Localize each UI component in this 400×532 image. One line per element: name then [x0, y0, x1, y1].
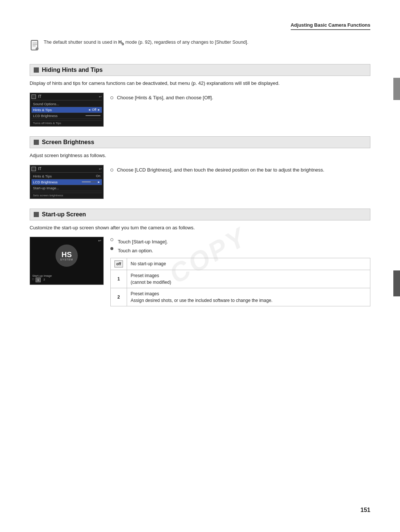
hs-big-text: HS: [61, 251, 72, 258]
hints-cam-icons: IT: [31, 94, 41, 99]
hints-cam-it: IT: [38, 94, 41, 99]
startup-tab-icon: □: [32, 277, 34, 282]
hs-circle: HS SYSTEM: [56, 245, 78, 267]
option-row-off: off No start-up image: [111, 258, 370, 270]
startup-description: Customize the start-up screen shown afte…: [30, 224, 370, 232]
section-icon-startup: [34, 212, 39, 217]
touch-label-1: Touch [Start-up Image].: [118, 238, 168, 246]
touch-label-2: Touch an option.: [118, 247, 153, 255]
hints-cam-caption: Turns off Hints & Tips: [31, 121, 102, 125]
startup-tabs: □ 1 2: [32, 277, 52, 282]
startup-tab-1: 1: [36, 277, 41, 282]
hints-bullet: [110, 96, 113, 99]
section-header-startup: Start-up Screen: [30, 209, 370, 220]
note-text: The default shutter sound is used in Hb …: [44, 39, 249, 47]
brightness-menu-lcd: LCD Brightness ►: [31, 179, 102, 185]
brightness-cam-icon1: [31, 167, 36, 171]
touch-bullet-1: [110, 238, 113, 241]
touch-list: Touch [Start-up Image]. Touch an option.: [110, 238, 370, 254]
hints-arrow-right: ►: [97, 108, 100, 112]
option-num-1: 1: [111, 270, 127, 288]
page-number: 151: [360, 507, 370, 513]
note-text-after: mode (p. 92), regardless of any changes …: [124, 40, 249, 45]
startup-tab-2: 2: [42, 277, 46, 282]
brightness-instruction-row: IT ↩ Hints & Tips On LCD Brightness ►: [30, 165, 370, 199]
startup-label: Start-up Image: [32, 274, 52, 277]
hints-menu-sound: Sound Options...: [31, 101, 102, 107]
hints-menu-hints: Hints & Tips ◄ Off ►: [31, 107, 102, 113]
section-title-startup: Start-up Screen: [42, 211, 86, 218]
options-table: off No start-up image 1 Preset images(ca…: [110, 258, 370, 306]
brightness-slider: [82, 182, 97, 182]
brightness-cam-back: ↩: [99, 167, 102, 171]
startup-camera-screen: HS SYSTEM ↩ Start-up Image □ 1 2: [30, 237, 104, 285]
option-num-2: 2: [111, 288, 127, 306]
hints-menu-lcd: LCD Brightness: [31, 113, 102, 119]
option-row-2: 2 Preset imagesAssign desired shots, or …: [111, 288, 370, 306]
startup-instruction-row: HS SYSTEM ↩ Start-up Image □ 1 2: [30, 237, 370, 306]
option-row-1: 1 Preset images(cannot be modified): [111, 270, 370, 288]
startup-label-area: Start-up Image □ 1 2: [32, 274, 52, 282]
hints-instruction-label: Choose [Hints & Tips], and then choose […: [117, 95, 213, 100]
hints-description: Display of hints and tips for camera fun…: [30, 80, 370, 87]
section-screen-brightness: Screen Brightness Adjust screen brightne…: [30, 136, 370, 199]
note-box: The default shutter sound is used in Hb …: [30, 37, 370, 56]
section-header-hints: Hiding Hints and Tips: [30, 64, 370, 76]
brightness-description: Adjust screen brightness as follows.: [30, 152, 370, 160]
brightness-screen-mock: IT ↩ Hints & Tips On LCD Brightness ►: [30, 165, 104, 199]
brightness-menu-hints: Hints & Tips On: [31, 173, 102, 179]
hints-cam-back: ↩: [99, 95, 102, 99]
hints-menu-value: ◄ Off ►: [88, 108, 100, 112]
option-num-off: off: [111, 258, 127, 270]
touch-item-2: Touch an option.: [110, 247, 370, 255]
startup-back-arrow: ↩: [98, 239, 101, 243]
brightness-camera-screen: IT ↩ Hints & Tips On LCD Brightness ►: [30, 165, 104, 199]
page: COPY Adjusting Basic Camera Functions Th…: [0, 0, 400, 532]
section-startup-screen: Start-up Screen Customize the start-up s…: [30, 209, 370, 307]
brightness-menu-startup: Start-up Image...: [31, 185, 102, 191]
brightness-instruction-label: Choose [LCD Brightness], and then touch …: [117, 167, 324, 173]
hints-lcd-slider: [86, 115, 100, 116]
brightness-arrow-right: ►: [97, 180, 100, 184]
section-hiding-hints: Hiding Hints and Tips Display of hints a…: [30, 64, 370, 127]
hints-arrow-left: ◄: [88, 108, 91, 112]
section-icon-brightness: [34, 140, 39, 145]
right-tab-top: [393, 78, 400, 100]
hints-off-val: Off: [92, 108, 96, 112]
hints-cam-icon1: [31, 94, 36, 99]
touch-item-1: Touch [Start-up Image].: [110, 238, 370, 246]
note-icon: [30, 40, 40, 54]
startup-screen-mock: HS SYSTEM ↩ Start-up Image □ 1 2: [30, 237, 104, 285]
note-mode: Hb: [119, 40, 124, 45]
hints-cam-topbar: IT ↩: [31, 94, 102, 100]
brightness-cam-caption: Sets screen brightness: [31, 193, 102, 197]
touch-bullet-2: [110, 247, 113, 250]
hs-small-text: SYSTEM: [60, 258, 73, 261]
note-text-before: The default shutter sound is used in: [44, 40, 119, 45]
hints-instruction-text: Choose [Hints & Tips], and then choose […: [110, 93, 370, 102]
option-desc-off: No start-up image: [127, 258, 370, 270]
right-tab-lower: [393, 270, 400, 296]
brightness-cam-topbar: IT ↩: [31, 167, 102, 173]
brightness-bullet: [110, 169, 113, 172]
brightness-cam-icons: IT: [31, 167, 41, 171]
hints-instruction-row: IT ↩ Sound Options... Hints & Tips ◄ Off…: [30, 93, 370, 127]
hints-camera-screen: IT ↩ Sound Options... Hints & Tips ◄ Off…: [30, 93, 104, 127]
brightness-slider-row: ►: [82, 180, 100, 184]
header-title: Adjusting Basic Camera Functions: [291, 22, 370, 30]
brightness-hints-val: On: [96, 174, 100, 178]
hints-screen-mock: IT ↩ Sound Options... Hints & Tips ◄ Off…: [30, 93, 104, 127]
option-desc-2: Preset imagesAssign desired shots, or us…: [127, 288, 370, 306]
option-desc-1: Preset images(cannot be modified): [127, 270, 370, 288]
section-header-brightness: Screen Brightness: [30, 136, 370, 148]
header-bar: Adjusting Basic Camera Functions: [30, 22, 370, 30]
opt-off-box: off: [114, 260, 123, 267]
section-icon-hints: [34, 67, 39, 73]
section-title-brightness: Screen Brightness: [42, 139, 94, 146]
startup-instruction-text: Touch [Start-up Image]. Touch an option.…: [110, 237, 370, 306]
brightness-cam-it: IT: [38, 167, 41, 171]
startup-bottom: Start-up Image □ 1 2: [32, 274, 101, 282]
startup-hs-logo: HS SYSTEM: [56, 245, 78, 267]
brightness-instruction-text: Choose [LCD Brightness], and then touch …: [110, 165, 370, 174]
section-title-hints: Hiding Hints and Tips: [42, 67, 103, 73]
